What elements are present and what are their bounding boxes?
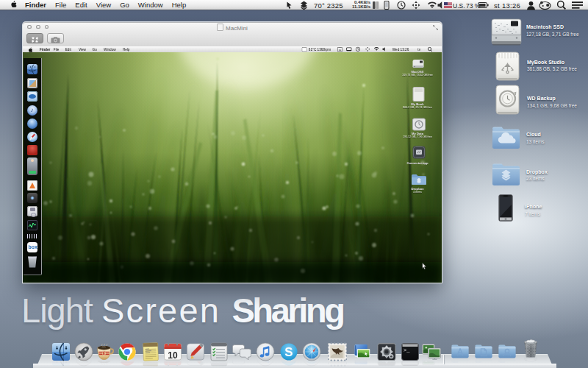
svg-text:>_: >_ [404,347,410,353]
svg-text:a: a [339,48,341,52]
svg-text:S: S [284,345,293,359]
svg-text:É: É [102,350,105,355]
svg-text:10: 10 [168,350,178,361]
